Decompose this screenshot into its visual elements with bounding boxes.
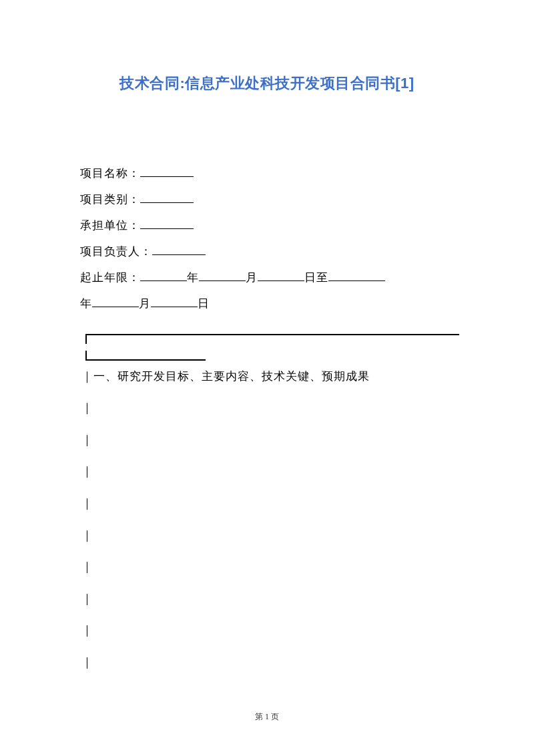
project-category-blank xyxy=(140,190,194,203)
page-footer: 第 1 页 xyxy=(0,711,534,723)
document-title: 技术合同:信息产业处科技开发项目合同书[1] xyxy=(80,73,454,93)
year2-blank xyxy=(328,268,385,281)
day2-blank xyxy=(151,294,198,307)
vertical-bar-row: ｜ xyxy=(81,614,454,646)
vertical-bar-row: ｜ xyxy=(81,455,454,488)
undertaking-unit-label: 承担单位： xyxy=(80,219,140,232)
document-page: 技术合同:信息产业处科技开发项目合同书[1] 项目名称： 项目类别： 承担单位：… xyxy=(0,0,534,756)
field-duration-line2: 年月日 xyxy=(80,291,454,317)
field-project-category: 项目类别： xyxy=(80,186,454,212)
year1-blank xyxy=(140,268,187,281)
project-name-blank xyxy=(140,164,194,177)
bracket-top-line xyxy=(85,334,459,344)
duration-label: 起止年限： xyxy=(80,271,140,284)
vertical-bar-row: ｜ xyxy=(81,424,454,456)
year-char: 年 xyxy=(187,271,199,284)
bracket-bottom-segment xyxy=(85,351,206,361)
project-category-label: 项目类别： xyxy=(80,193,140,206)
day2-char: 日 xyxy=(198,297,210,310)
project-leader-blank xyxy=(152,242,206,255)
vertical-bar-row: ｜ xyxy=(81,520,454,552)
month-char: 月 xyxy=(246,271,258,284)
vertical-bar-row: ｜ xyxy=(81,583,454,615)
vertical-bar-row: ｜ xyxy=(81,392,454,424)
year2-char: 年 xyxy=(80,297,92,310)
undertaking-unit-blank xyxy=(140,216,194,229)
month1-blank xyxy=(199,268,246,281)
field-project-name: 项目名称： xyxy=(80,160,454,186)
bracket-shape-top xyxy=(85,334,454,344)
field-duration-line1: 起止年限：年月日至 xyxy=(80,264,454,291)
vertical-bar-row: ｜ xyxy=(81,551,454,583)
project-leader-label: 项目负责人： xyxy=(80,245,152,258)
vertical-bar-row: ｜ xyxy=(81,646,454,679)
section-one-heading: ｜一、研究开发目标、主要内容、技术关键、预期成果 xyxy=(81,361,454,393)
field-project-leader: 项目负责人： xyxy=(80,238,454,264)
field-undertaking-unit: 承担单位： xyxy=(80,212,454,238)
vertical-bar-row: ｜ xyxy=(81,488,454,520)
day-char: 日 xyxy=(304,271,316,284)
month2-char: 月 xyxy=(139,297,151,310)
project-name-label: 项目名称： xyxy=(80,167,140,180)
day1-blank xyxy=(258,268,304,281)
to-char: 至 xyxy=(316,271,328,284)
month2-blank xyxy=(92,294,139,307)
